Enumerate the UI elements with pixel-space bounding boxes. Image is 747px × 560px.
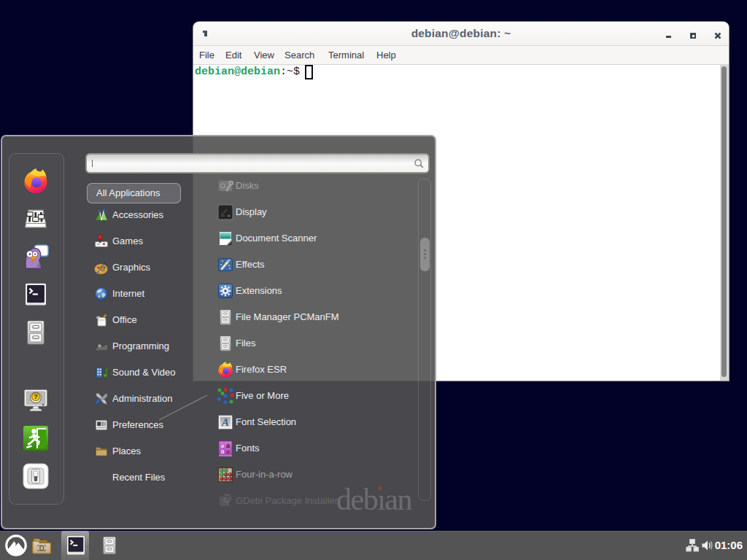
svg-text:A: A bbox=[221, 416, 229, 428]
svg-text:a: a bbox=[226, 448, 230, 455]
svg-text:a: a bbox=[220, 448, 224, 455]
svg-text:?: ? bbox=[34, 393, 38, 400]
